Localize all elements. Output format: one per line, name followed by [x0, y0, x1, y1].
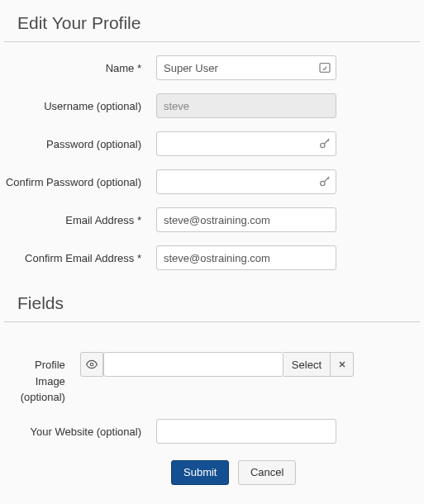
name-input[interactable] [156, 55, 336, 80]
label-name: Name * [4, 55, 156, 77]
email-input[interactable] [156, 207, 336, 232]
password-input[interactable] [156, 131, 336, 156]
row-website: Your Website (optional) [4, 419, 420, 444]
eye-icon [86, 359, 98, 370]
row-email: Email Address * [4, 207, 420, 232]
label-password: Password (optional) [4, 131, 156, 153]
media-picker: Select [80, 352, 354, 377]
row-name: Name * [4, 55, 420, 80]
close-icon [337, 359, 347, 369]
section-title-fields: Fields [4, 288, 420, 322]
label-profile-image: Profile Image (optional) [4, 352, 80, 406]
label-website: Your Website (optional) [4, 419, 156, 440]
select-image-button[interactable]: Select [283, 352, 331, 377]
label-confirm-password: Confirm Password (optional) [4, 169, 156, 191]
svg-point-5 [90, 363, 93, 366]
confirm-email-input[interactable] [156, 245, 336, 270]
row-username: Username (optional) [4, 93, 420, 118]
cancel-button[interactable]: Cancel [238, 460, 296, 485]
clear-image-button[interactable] [331, 352, 354, 377]
button-row: Submit Cancel [4, 460, 420, 485]
confirm-password-input[interactable] [156, 169, 336, 194]
preview-button[interactable] [80, 352, 103, 377]
submit-button[interactable]: Submit [171, 460, 229, 485]
row-profile-image: Profile Image (optional) Select [4, 352, 420, 406]
website-input[interactable] [156, 419, 336, 444]
username-input [156, 93, 336, 118]
row-confirm-password: Confirm Password (optional) [4, 169, 420, 194]
profile-image-input [103, 352, 283, 377]
section-title-profile: Edit Your Profile [4, 8, 420, 42]
label-username: Username (optional) [4, 93, 156, 115]
label-email: Email Address * [4, 207, 156, 229]
label-confirm-email: Confirm Email Address * [4, 245, 156, 267]
row-confirm-email: Confirm Email Address * [4, 245, 420, 270]
row-password: Password (optional) [4, 131, 420, 156]
